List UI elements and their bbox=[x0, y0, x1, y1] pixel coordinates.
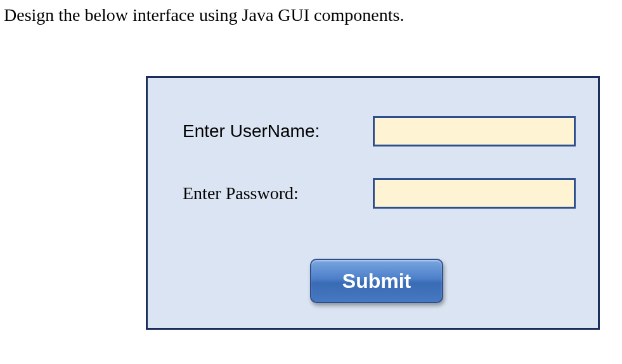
instruction-text: Design the below interface using Java GU… bbox=[4, 5, 404, 25]
password-label: Enter Password: bbox=[183, 183, 373, 204]
password-row: Enter Password: bbox=[183, 178, 588, 209]
submit-button[interactable]: Submit bbox=[310, 259, 443, 303]
password-input[interactable] bbox=[373, 178, 576, 209]
username-label: Enter UserName: bbox=[183, 121, 373, 141]
login-form-panel: Enter UserName: Enter Password: Submit bbox=[146, 76, 600, 330]
username-row: Enter UserName: bbox=[183, 116, 588, 146]
username-input[interactable] bbox=[373, 116, 576, 146]
